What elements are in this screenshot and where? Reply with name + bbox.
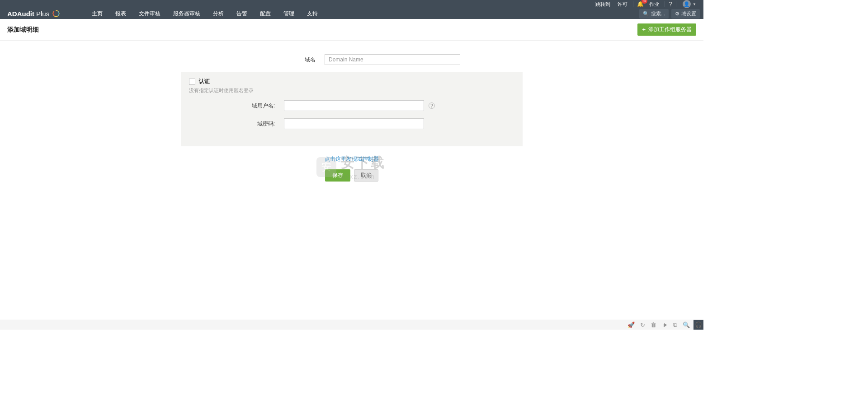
nav-manage[interactable]: 管理 [277,8,301,19]
help-icon[interactable]: ? [669,0,672,8]
caret-down-icon: ▼ [693,2,696,6]
domain-user-label: 域用户名: [216,102,284,110]
domain-settings-label: 域设置 [681,10,696,17]
auth-panel: 认证 没有指定认证时使用匿名登录 域用户名: ? 域密码: [181,72,523,146]
logo-text-thin: Plus [36,10,49,18]
cancel-button[interactable]: 取消 [354,169,378,182]
search-footer-icon[interactable]: 🔍 [683,321,690,328]
bottom-toolbar: 🚀 ↻ 🗑 🕩 ⧉ 🔍 [0,320,703,330]
domain-user-row: 域用户名: ? [216,100,514,111]
jump-to-link[interactable]: 跳转到 [594,1,612,8]
logo-text-bold: ADAudit [7,10,34,18]
help-tooltip-icon[interactable]: ? [429,102,435,109]
headset-icon: 🎧 [695,321,702,328]
sound-icon[interactable]: 🕩 [662,321,668,328]
gear-icon: ⚙ [675,11,679,17]
separator [665,1,665,7]
nav-file-audit[interactable]: 文件审核 [132,8,167,19]
nav-reports[interactable]: 报表 [109,8,132,19]
domain-name-label: 域名 [243,56,325,64]
page-title-bar: 添加域明细 + 添加工作组服务器 [0,19,703,41]
separator [633,1,633,7]
domain-name-input[interactable] [325,54,460,65]
notification-badge: 4 [642,0,647,4]
refresh-icon[interactable]: ↻ [640,321,645,328]
add-workgroup-server-label: 添加工作组服务器 [648,26,692,33]
auth-header: 认证 [189,78,514,85]
form-area: 域名 认证 没有指定认证时使用匿名登录 域用户名: ? 域密码: 点击这里发现域… [0,41,703,200]
account-menu[interactable]: 👤 ▼ [680,0,699,9]
nav-server-audit[interactable]: 服务器审核 [167,8,207,19]
avatar-icon: 👤 [683,0,691,8]
jobs-link[interactable]: 作业 [647,1,661,8]
nav-home[interactable]: 主页 [85,8,109,19]
domain-password-row: 域密码: [216,118,514,129]
logo-swirl-icon [52,9,60,18]
permit-link[interactable]: 许可 [616,1,629,8]
rocket-icon[interactable]: 🚀 [627,321,635,328]
support-button[interactable]: 🎧 [693,320,703,330]
domain-user-input[interactable] [284,100,424,111]
discover-dc-row: 点击这里发现域控制器 [0,155,703,163]
domain-settings-button[interactable]: ⚙ 域设置 [671,9,700,19]
page-title: 添加域明细 [7,26,39,34]
nav-alerts[interactable]: 告警 [230,8,254,19]
add-workgroup-server-button[interactable]: + 添加工作组服务器 [637,23,696,36]
trash-icon[interactable]: 🗑 [651,321,656,328]
auth-checkbox[interactable] [189,79,195,85]
main-nav: 主页 报表 文件审核 服务器审核 分析 告警 配置 管理 支持 [85,8,324,19]
search-label: 搜索... [651,10,665,17]
notifications-bell-icon[interactable]: 🔔4 [637,1,644,7]
nav-config[interactable]: 配置 [254,8,277,19]
nav-support[interactable]: 支持 [301,8,324,19]
header-tools: 🔍 搜索... ⚙ 域设置 [639,8,703,19]
save-button[interactable]: 保存 [325,169,350,182]
nav-analysis[interactable]: 分析 [207,8,230,19]
domain-name-row: 域名 [0,54,703,65]
app-header: 跳转到 许可 🔔4 作业 ? 👤 ▼ ADAudit Plus 主页 [0,0,703,19]
search-button[interactable]: 🔍 搜索... [639,9,669,19]
copy-icon[interactable]: ⧉ [673,321,677,329]
domain-password-label: 域密码: [216,120,284,128]
header-nav-row: ADAudit Plus 主页 报表 文件审核 服务器审核 分析 告警 配置 管… [0,8,703,19]
header-top-row: 跳转到 许可 🔔4 作业 ? 👤 ▼ [0,0,703,8]
search-icon: 🔍 [643,11,649,17]
auth-hint: 没有指定认证时使用匿名登录 [189,87,514,94]
plus-icon: + [642,26,646,33]
domain-password-input[interactable] [284,118,424,129]
discover-dc-link[interactable]: 点击这里发现域控制器 [325,156,379,162]
product-logo[interactable]: ADAudit Plus [0,8,67,19]
form-actions: 保存 取消 [0,169,703,182]
separator [676,1,676,7]
auth-label: 认证 [199,78,210,85]
